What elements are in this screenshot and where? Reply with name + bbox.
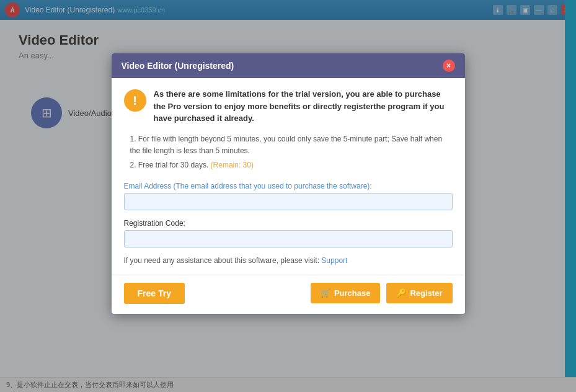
info-item-1: 1. For file with length beyond 5 minutes…: [130, 133, 453, 157]
footer-right-buttons: 🛒 Purchase 🔑 Register: [311, 283, 453, 303]
email-input[interactable]: [124, 193, 453, 210]
info-list: 1. For file with length beyond 5 minutes…: [124, 133, 453, 172]
dialog-footer: Free Try 🛒 Purchase 🔑 Register: [112, 275, 465, 314]
email-section: Email Address (The email address that yo…: [124, 182, 453, 210]
register-label: Register: [410, 288, 442, 298]
support-prefix-text: If you need any assistance about this so…: [124, 256, 320, 265]
free-try-button[interactable]: Free Try: [124, 283, 185, 304]
cart-icon-purchase: 🛒: [321, 288, 330, 298]
support-section: If you need any assistance about this so…: [124, 256, 453, 265]
dialog-titlebar: Video Editor (Unregistered) ×: [112, 53, 465, 78]
support-link[interactable]: Support: [321, 256, 347, 265]
dialog-title: Video Editor (Unregistered): [122, 61, 234, 71]
info-item-2: 2. Free trial for 30 days. (Remain: 30): [130, 159, 453, 171]
reg-code-input[interactable]: [124, 230, 453, 247]
dialog-close-button[interactable]: ×: [443, 60, 455, 72]
register-button[interactable]: 🔑 Register: [386, 283, 452, 303]
warning-icon: !: [124, 89, 146, 112]
modal-overlay: Video Editor (Unregistered) × ! As there…: [0, 0, 576, 392]
key-icon-register: 🔑: [396, 288, 406, 298]
warning-section: ! As there are some limitations for the …: [124, 88, 453, 125]
purchase-label: Purchase: [334, 288, 371, 298]
warning-text: As there are some limitations for the tr…: [154, 88, 453, 125]
reg-code-section: Registration Code:: [124, 219, 453, 247]
dialog: Video Editor (Unregistered) × ! As there…: [112, 53, 465, 313]
remain-text: (Remain: 30): [211, 161, 254, 169]
dialog-body: ! As there are some limitations for the …: [112, 78, 465, 274]
purchase-button[interactable]: 🛒 Purchase: [311, 283, 381, 303]
email-label: Email Address (The email address that yo…: [124, 182, 453, 190]
reg-code-label: Registration Code:: [124, 219, 453, 228]
